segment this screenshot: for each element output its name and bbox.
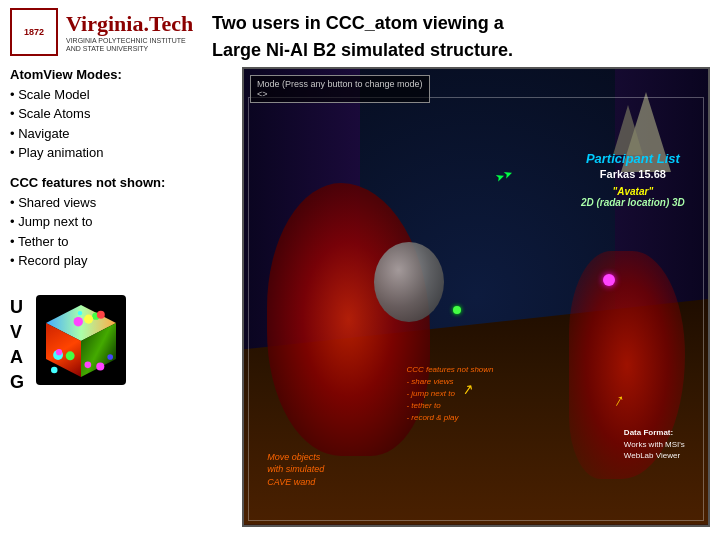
logo-subtitle: VIRGINIA POLYTECHNIC INSTITUTE AND STATE… <box>66 37 196 54</box>
sim-move-objects: Move objects with simulated CAVE wand <box>267 451 324 489</box>
record-play: - record & play <box>406 412 493 424</box>
sim-participant-list: Participant List Farkas 15.68 "Avatar" 2… <box>581 151 685 208</box>
modes-section: AtomView Modes: Scale Model Scale Atoms … <box>10 67 230 163</box>
sim-green-dot <box>453 306 461 314</box>
data-format-title: Data Format: <box>624 427 685 438</box>
logo-box: 1872 <box>10 8 58 56</box>
list-item: Record play <box>10 251 230 271</box>
data-format-line1: Works with MSI's <box>624 439 685 450</box>
cube-visual <box>36 295 126 385</box>
participant-list-label: Participant List <box>581 151 685 166</box>
jump-next: - jump next to <box>406 388 493 400</box>
tether-to: - tether to <box>406 400 493 412</box>
move-line2: with simulated <box>267 463 324 476</box>
sim-ccc-overlay: CCC features not shown - share views - j… <box>406 364 493 424</box>
list-item: Scale Model <box>10 85 230 105</box>
list-item: Play animation <box>10 143 230 163</box>
uvag-section: UVAG <box>10 295 230 396</box>
left-panel: AtomView Modes: Scale Model Scale Atoms … <box>10 67 230 527</box>
list-item: Scale Atoms <box>10 104 230 124</box>
sim-mode-line2: <> <box>257 89 423 99</box>
logo-area: 1872 Virginia.Tech VIRGINIA POLYTECHNIC … <box>10 8 196 56</box>
farkas-entry: Farkas 15.68 <box>581 168 685 180</box>
location-label: 2D (radar location) 3D <box>581 197 685 208</box>
share-views: - share views <box>406 376 493 388</box>
header-title-line2: Large Ni-Al B2 simulated structure. <box>212 35 513 62</box>
logo-year: 1872 <box>24 28 44 37</box>
simulation-panel: Mode (Press any button to change mode) <… <box>242 67 710 527</box>
list-item: Navigate <box>10 124 230 144</box>
sim-mode-box: Mode (Press any button to change mode) <… <box>250 75 430 103</box>
logo-text-group: Virginia.Tech VIRGINIA POLYTECHNIC INSTI… <box>66 11 196 54</box>
ccc-list: Shared views Jump next to Tether to Reco… <box>10 193 230 271</box>
logo-name: Virginia.Tech <box>66 11 196 37</box>
list-item: Shared views <box>10 193 230 213</box>
header-title: Two users in CCC_atom viewing a Large Ni… <box>212 8 513 63</box>
modes-title: AtomView Modes: <box>10 67 230 82</box>
move-line3: CAVE wand <box>267 476 324 489</box>
list-item: Tether to <box>10 232 230 252</box>
sim-data-format: Data Format: Works with MSI's WebLab Vie… <box>624 427 685 461</box>
modes-list: Scale Model Scale Atoms Navigate Play an… <box>10 85 230 163</box>
main-content: AtomView Modes: Scale Model Scale Atoms … <box>0 67 720 527</box>
uvag-letters: UVAG <box>10 295 26 396</box>
sim-mode-line1: Mode (Press any button to change mode) <box>257 79 423 89</box>
header: 1872 Virginia.Tech VIRGINIA POLYTECHNIC … <box>0 0 720 67</box>
avatar-label: "Avatar" <box>581 186 685 197</box>
data-format-line2: WebLab Viewer <box>624 450 685 461</box>
ccc-section: CCC features not shown: Shared views Jum… <box>10 175 230 271</box>
list-item: Jump next to <box>10 212 230 232</box>
ccc-not-shown: CCC features not shown <box>406 364 493 376</box>
ccc-title: CCC features not shown: <box>10 175 230 190</box>
header-title-line1: Two users in CCC_atom viewing a <box>212 8 513 35</box>
move-line1: Move objects <box>267 451 324 464</box>
